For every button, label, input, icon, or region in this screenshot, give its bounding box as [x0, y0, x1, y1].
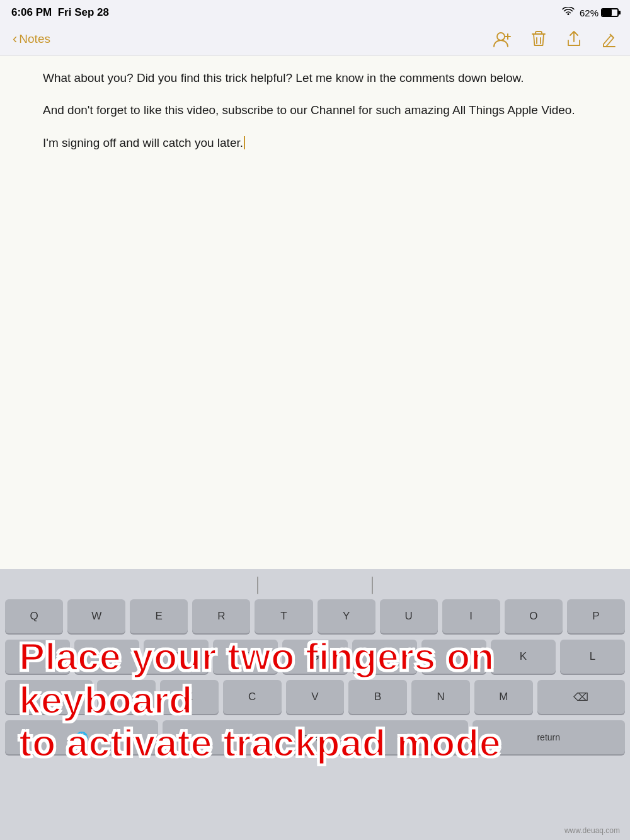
note-paragraph-2: And don't forget to like this video, sub… [43, 101, 587, 119]
key-t[interactable]: T [255, 599, 312, 633]
key-q[interactable]: Q [5, 599, 63, 633]
compose-button[interactable] [598, 28, 620, 50]
key-i[interactable]: I [442, 599, 500, 633]
overlay-text: Place your two fingers on keyboard to ac… [0, 635, 630, 764]
key-p[interactable]: P [567, 599, 625, 633]
nav-bar: ‹ Notes [0, 25, 630, 56]
chevron-left-icon: ‹ [13, 32, 17, 46]
note-paragraph-3: I'm signing off and will catch you later… [43, 134, 587, 152]
note-content[interactable]: What about you? Did you find this trick … [0, 56, 630, 611]
status-time-date: 6:06 PM Fri Sep 28 [11, 6, 109, 19]
keyboard-area: Q W E R T Y U I O P A S D F G H J K L ⇧ … [0, 569, 630, 840]
svg-point-0 [497, 33, 505, 40]
status-right-icons: 62% [562, 7, 619, 19]
trackpad-line-left [257, 577, 258, 594]
nav-right [490, 28, 620, 50]
back-button[interactable]: ‹ Notes [10, 30, 53, 49]
back-label: Notes [19, 32, 50, 46]
trackpad-lines [0, 569, 630, 594]
trackpad-line-right [372, 577, 373, 594]
key-y[interactable]: Y [318, 599, 375, 633]
add-person-button[interactable] [490, 28, 514, 50]
key-w[interactable]: W [67, 599, 125, 633]
key-o[interactable]: O [505, 599, 563, 633]
nav-left: ‹ Notes [10, 30, 53, 49]
key-e[interactable]: E [130, 599, 188, 633]
wifi-icon [562, 7, 575, 19]
overlay-line-2: to activate trackpad mode [19, 722, 611, 764]
battery-icon [601, 8, 619, 17]
status-bar: 6:06 PM Fri Sep 28 62% [0, 0, 630, 25]
key-u[interactable]: U [380, 599, 438, 633]
note-paragraph-1: What about you? Did you find this trick … [43, 69, 587, 87]
key-r[interactable]: R [192, 599, 250, 633]
battery-indicator: 62% [580, 8, 619, 18]
trash-button[interactable] [528, 28, 549, 50]
text-cursor [244, 136, 245, 149]
overlay-line-1: Place your two fingers on keyboard [19, 635, 611, 721]
key-row-1: Q W E R T Y U I O P [5, 599, 625, 633]
share-button[interactable] [563, 28, 585, 50]
watermark: www.deuaq.com [564, 826, 620, 835]
